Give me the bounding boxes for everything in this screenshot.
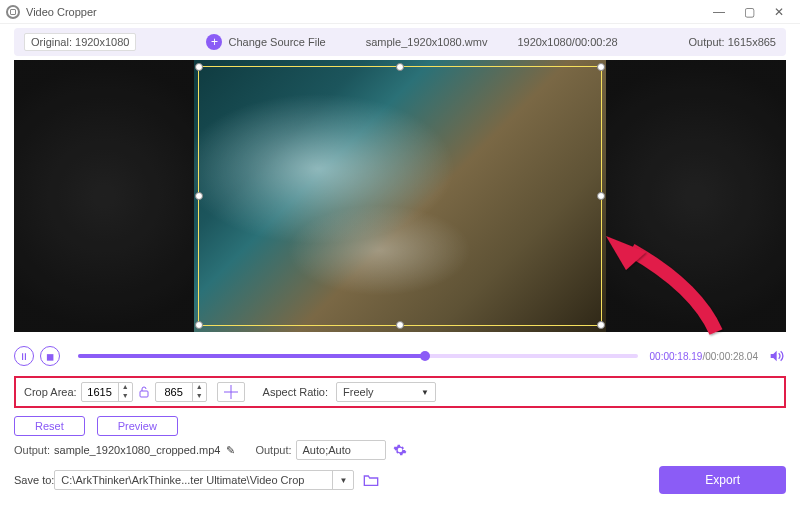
crop-area[interactable] [194,60,606,332]
title-bar: Video Cropper — ▢ ✕ [0,0,800,24]
export-button[interactable]: Export [659,466,786,494]
svg-rect-2 [140,391,148,397]
source-dims-time: 1920x1080/00:00:28 [517,36,617,48]
current-time: 00:00:18.19 [650,351,703,362]
info-bar: Original: 1920x1080 + Change Source File… [14,28,786,56]
output-preset-value: Auto;Auto [303,444,351,456]
crop-width-down[interactable]: ▼ [119,392,132,401]
app-icon [6,5,20,19]
output-dimensions: Output: 1615x865 [689,36,776,48]
maximize-button[interactable]: ▢ [734,2,764,22]
change-source-label: Change Source File [228,36,325,48]
close-button[interactable]: ✕ [764,2,794,22]
crop-handle-tc[interactable] [396,63,404,71]
crop-handle-bc[interactable] [396,321,404,329]
volume-icon[interactable] [766,346,786,366]
crop-rectangle[interactable] [198,66,602,326]
timeline-progress [78,354,425,358]
save-path-value: C:\ArkThinker\ArkThinke...ter Ultimate\V… [61,474,304,486]
app-title: Video Cropper [26,6,97,18]
crop-handle-ml[interactable] [195,192,203,200]
timeline-thumb[interactable] [420,351,430,361]
dim-left [14,60,194,332]
chevron-down-icon: ▼ [421,388,429,397]
output-filename: sample_1920x1080_cropped.mp4 [54,444,220,456]
playback-controls: ⏸ ◼ 00:00:18.19/00:00:28.04 [14,342,786,370]
crop-handle-br[interactable] [597,321,605,329]
svg-marker-1 [771,351,777,362]
original-dimensions: Original: 1920x1080 [24,33,136,51]
total-time: /00:00:28.04 [702,351,758,362]
minimize-button[interactable]: — [704,2,734,22]
preview-button[interactable]: Preview [97,416,178,436]
save-to-label: Save to: [14,474,54,486]
aspect-ratio-value: Freely [343,386,374,398]
save-path-select[interactable]: C:\ArkThinker\ArkThinke...ter Ultimate\V… [54,470,354,490]
crop-handle-mr[interactable] [597,192,605,200]
video-preview [14,60,786,332]
crop-handle-bl[interactable] [195,321,203,329]
action-buttons-row: Reset Preview [14,416,786,436]
output-preset-label: Output: [255,444,291,456]
crop-width-field[interactable] [82,386,118,398]
crop-height-input[interactable]: ▲▼ [155,382,207,402]
time-display: 00:00:18.19/00:00:28.04 [650,351,758,362]
stop-button[interactable]: ◼ [40,346,60,366]
center-crop-button[interactable] [217,382,245,402]
output-row: Output: sample_1920x1080_cropped.mp4 ✎ O… [14,440,786,460]
crop-handle-tr[interactable] [597,63,605,71]
timeline-slider[interactable] [78,354,638,358]
window-controls: — ▢ ✕ [704,2,794,22]
dim-right [606,60,786,332]
source-filename: sample_1920x1080.wmv [366,36,488,48]
edit-filename-icon[interactable]: ✎ [226,444,235,457]
output-preset-field[interactable]: Auto;Auto [296,440,386,460]
chevron-down-icon: ▼ [332,471,347,489]
crop-width-input[interactable]: ▲▼ [81,382,133,402]
save-row: Save to: C:\ArkThinker\ArkThinke...ter U… [14,466,786,494]
reset-button[interactable]: Reset [14,416,85,436]
crop-height-up[interactable]: ▲ [193,383,206,392]
crop-area-label: Crop Area: [24,386,77,398]
crop-handle-tl[interactable] [195,63,203,71]
aspect-ratio-select[interactable]: Freely ▼ [336,382,436,402]
change-source-button[interactable]: + Change Source File [206,34,325,50]
crop-height-field[interactable] [156,386,192,398]
output-file-label: Output: [14,444,50,456]
plus-icon: + [206,34,222,50]
crop-width-up[interactable]: ▲ [119,383,132,392]
crop-params-panel: Crop Area: ▲▼ ▲▼ Aspect Ratio: Freely ▼ [14,376,786,408]
open-folder-icon[interactable] [362,472,380,488]
crop-height-down[interactable]: ▼ [193,392,206,401]
pause-button[interactable]: ⏸ [14,346,34,366]
settings-gear-icon[interactable] [392,442,408,458]
lock-aspect-icon[interactable] [137,386,151,398]
aspect-ratio-label: Aspect Ratio: [263,386,328,398]
